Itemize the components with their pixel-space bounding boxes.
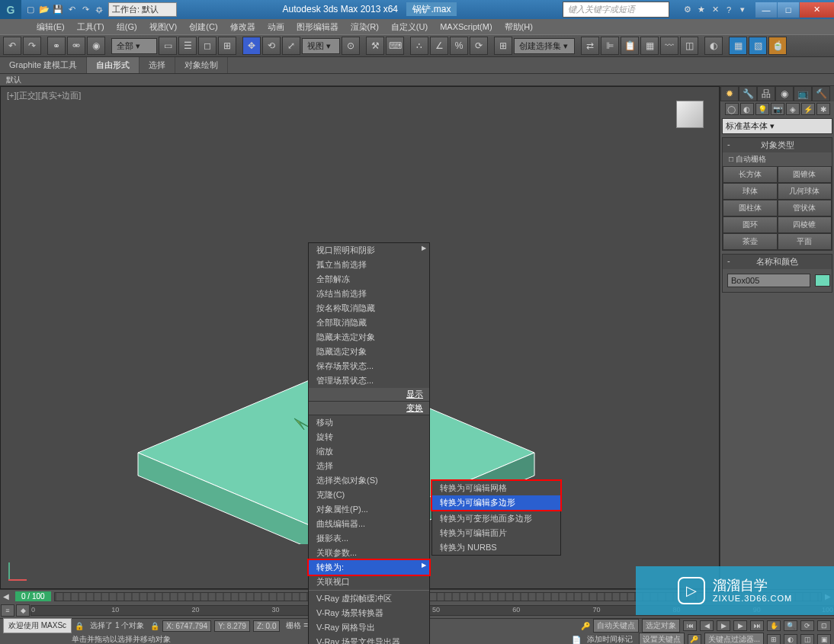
lock-sel-icon[interactable]: 🔒 <box>150 622 159 630</box>
cm-vray-scene-conv[interactable]: V-Ray 场景转换器 <box>309 606 429 620</box>
dropdown-icon[interactable]: ▾ <box>736 4 749 16</box>
setkey-button[interactable]: 设置关键点 <box>639 633 685 644</box>
cm-curve-editor[interactable]: 曲线编辑器... <box>309 517 429 531</box>
tab-modify-icon[interactable]: 🔧 <box>739 86 757 101</box>
btn-cone[interactable]: 圆锥体 <box>778 166 832 183</box>
menu-rendering[interactable]: 渲染(R) <box>345 20 385 34</box>
menu-tools[interactable]: 工具(T) <box>71 20 111 34</box>
rotate-button[interactable]: ⟲ <box>262 37 281 55</box>
btn-tube[interactable]: 管状体 <box>778 200 832 216</box>
percent-snap-button[interactable]: % <box>450 37 468 55</box>
named-selset-button[interactable]: ⊞ <box>494 37 512 55</box>
trackbar-toggle-icon[interactable]: ≡ <box>1 604 14 617</box>
btn-plane[interactable]: 平面 <box>778 233 832 250</box>
maxscript-listener[interactable]: 欢迎使用 MAXSc <box>3 618 72 633</box>
geom-icon[interactable]: ◯ <box>725 103 739 115</box>
bind-button[interactable]: ◉ <box>87 37 105 55</box>
cm-hide-unsel[interactable]: 隐藏未选定对象 <box>309 330 429 344</box>
coord-y[interactable]: Y: 8.279 <box>214 620 250 632</box>
nav-maxtoggle-icon[interactable]: ▣ <box>817 634 831 644</box>
nav-region-icon[interactable]: ◫ <box>800 634 814 644</box>
btn-sphere[interactable]: 球体 <box>723 183 778 200</box>
cm-scale[interactable]: 缩放 <box>309 444 429 459</box>
tab-create-icon[interactable]: ✹ <box>720 86 739 101</box>
cm-isolate[interactable]: 孤立当前选择 <box>309 258 429 272</box>
pivot-button[interactable]: ⊙ <box>342 37 360 55</box>
close-button[interactable]: ✕ <box>800 2 834 18</box>
cm-linked-viewport[interactable]: 关联视口 <box>309 575 429 589</box>
qat-link-icon[interactable]: ⯐ <box>93 4 105 16</box>
cm-move[interactable]: 移动 <box>309 415 429 430</box>
btn-torus[interactable]: 圆环 <box>723 216 778 233</box>
spinner-snap-button[interactable]: ⟳ <box>470 37 488 55</box>
nav-fov-icon[interactable]: ◐ <box>784 634 797 644</box>
cm-select[interactable]: 选择 <box>309 459 429 473</box>
nav-zoom-icon[interactable]: 🔍 <box>784 620 797 631</box>
btn-teapot[interactable]: 茶壶 <box>723 233 778 250</box>
sm-editable-mesh[interactable]: 转换为可编辑网格 <box>432 481 560 495</box>
qat-open-icon[interactable]: 📂 <box>38 4 50 16</box>
cm-save-scene-state[interactable]: 保存场景状态... <box>309 359 429 373</box>
cm-convert-to[interactable]: 转换为: <box>309 560 429 575</box>
exchange-icon[interactable]: ✕ <box>709 4 721 16</box>
menu-group[interactable]: 组(G) <box>111 20 143 34</box>
menu-help[interactable]: 帮助(H) <box>499 20 539 34</box>
maximize-button[interactable]: □ <box>778 2 799 18</box>
mirror-button[interactable]: ⇄ <box>581 37 599 55</box>
qat-new-icon[interactable]: ▢ <box>24 4 37 16</box>
curve-editor-button[interactable]: 〰 <box>660 37 678 55</box>
btn-geosphere[interactable]: 几何球体 <box>778 183 832 200</box>
rendered-frame-button[interactable]: ▧ <box>749 37 767 55</box>
menu-animation[interactable]: 动画 <box>261 20 290 34</box>
cm-vray-mesh-exp[interactable]: V-Ray 网格导出 <box>309 620 429 635</box>
ribbon-tab-freeform[interactable]: 自由形式 <box>87 57 140 73</box>
undo-button[interactable]: ↶ <box>3 37 21 55</box>
sm-deformable-poly[interactable]: 转换为可变形地面多边形 <box>432 511 560 526</box>
object-name-input[interactable]: Box005 <box>727 274 810 287</box>
select-name-button[interactable]: ☰ <box>178 37 197 55</box>
autogrid-checkbox[interactable]: □ 自动栅格 <box>723 152 832 166</box>
menu-create[interactable]: 创建(C) <box>183 20 223 34</box>
play-end-icon[interactable]: ⏭ <box>750 620 764 631</box>
qat-redo-icon[interactable]: ↷ <box>79 4 91 16</box>
named-selset-combo[interactable]: 创建选择集 ▾ <box>514 38 575 54</box>
nav-pan-icon[interactable]: ✋ <box>767 620 781 631</box>
cm-vray-scene-exp[interactable]: V-Ray 场景文件导出器 <box>309 635 429 644</box>
cm-clone[interactable]: 克隆(C) <box>309 488 429 502</box>
snap-button[interactable]: ∴ <box>410 37 428 55</box>
objtype-header[interactable]: 对象类型 <box>723 138 832 152</box>
viewcube[interactable] <box>676 101 704 128</box>
cm-dope-sheet[interactable]: 摄影表... <box>309 531 429 546</box>
play-icon[interactable]: ▶ <box>717 620 730 631</box>
keyfilter-button[interactable]: 关键点过滤器... <box>704 633 764 644</box>
cm-object-props[interactable]: 对象属性(P)... <box>309 502 429 517</box>
systems-icon[interactable]: ✱ <box>816 103 830 115</box>
selection-filter-combo[interactable]: 全部 ▾ <box>111 38 157 54</box>
material-button[interactable]: ◐ <box>704 37 723 55</box>
render-button[interactable]: 🍵 <box>768 37 787 55</box>
cm-vray-vfb[interactable]: V-Ray 虚拟帧缓冲区 <box>309 591 429 606</box>
graphite-button[interactable]: ▦ <box>640 37 659 55</box>
play-start-icon[interactable]: ⏮ <box>683 620 697 631</box>
object-color-swatch[interactable] <box>815 274 830 287</box>
keyboard-shortcut-button[interactable]: ⌨ <box>386 37 404 55</box>
cameras-icon[interactable]: 📷 <box>771 103 784 115</box>
tab-hierarchy-icon[interactable]: 品 <box>757 86 775 101</box>
selobj-combo[interactable]: 选定对象 <box>642 619 680 633</box>
move-button[interactable]: ✥ <box>242 37 261 55</box>
cm-unfreeze-all[interactable]: 全部解冻 <box>309 272 429 287</box>
coord-z[interactable]: Z: 0.0 <box>253 620 281 632</box>
tab-display-icon[interactable]: 📺 <box>794 86 812 101</box>
window-crossing-button[interactable]: ⊞ <box>218 37 236 55</box>
viewport-label[interactable]: [+][正交][真实+边面] <box>7 90 81 101</box>
layer-button[interactable]: 📋 <box>621 37 639 55</box>
render-setup-button[interactable]: ▦ <box>729 37 747 55</box>
cm-rotate[interactable]: 旋转 <box>309 430 429 444</box>
helpers-icon[interactable]: ◈ <box>786 103 800 115</box>
help-icon[interactable]: ? <box>723 4 735 16</box>
menu-edit[interactable]: 编辑(E) <box>30 20 71 34</box>
minimize-button[interactable]: — <box>755 2 777 18</box>
redo-button[interactable]: ↷ <box>23 37 41 55</box>
ribbon-tab-graphite[interactable]: Graphite 建模工具 <box>0 57 87 73</box>
app-icon[interactable]: G <box>0 0 21 19</box>
